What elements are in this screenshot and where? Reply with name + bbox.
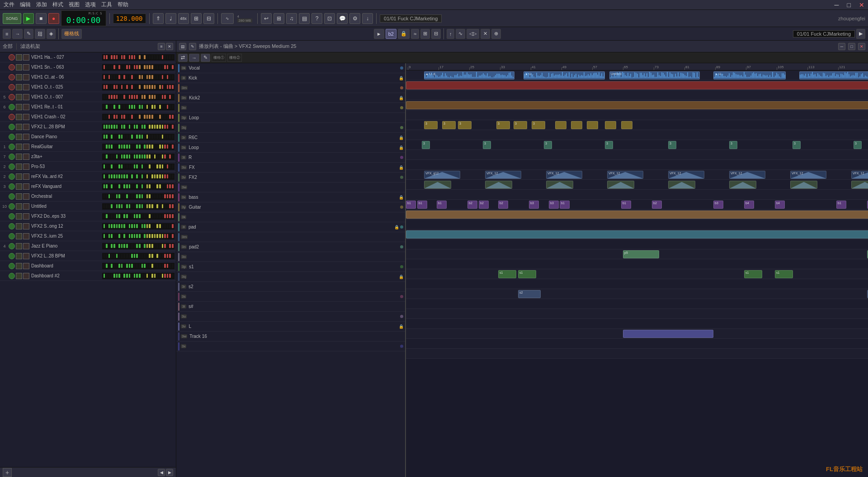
- ch-mute-btn[interactable]: [23, 203, 29, 210]
- ch-mute-btn[interactable]: [23, 54, 29, 61]
- ch-mute-btn[interactable]: [23, 74, 29, 80]
- ch-solo-btn[interactable]: [16, 213, 22, 220]
- clip-block[interactable]: 3: [422, 141, 430, 149]
- clip-block[interactable]: s1: [498, 270, 516, 278]
- track-row[interactable]: [406, 160, 868, 170]
- track-row[interactable]: ▲ U..d▲ U...Untitled▲ U...: [406, 70, 868, 80]
- output-icon[interactable]: ⊟: [203, 13, 214, 24]
- channel-row[interactable]: 3 reFX Vanguard: [0, 182, 176, 192]
- clip-block[interactable]: b2: [652, 201, 662, 209]
- ch-solo-btn[interactable]: [16, 134, 22, 140]
- menu-item-add[interactable]: 添加: [36, 1, 47, 9]
- playlist-close-icon[interactable]: ✕: [858, 43, 865, 50]
- t2-vol-btn[interactable]: ◁▷: [467, 29, 479, 39]
- track-row[interactable]: s2s2s2: [406, 289, 868, 299]
- ch-fader[interactable]: [102, 124, 175, 130]
- ch-solo-btn[interactable]: [16, 94, 22, 100]
- window-minimize[interactable]: ─: [835, 1, 839, 9]
- clip-block[interactable]: [623, 330, 713, 338]
- clip-block[interactable]: b2: [479, 201, 489, 209]
- menu-item-view[interactable]: 视图: [69, 1, 80, 9]
- ch-solo-btn[interactable]: [16, 84, 22, 90]
- playlist-track-name-row[interactable]: 3r s2: [176, 282, 405, 292]
- channel-row[interactable]: 10 Untitled: [0, 201, 176, 211]
- question-icon[interactable]: ?: [311, 13, 322, 24]
- ch-mute-btn[interactable]: [23, 213, 29, 220]
- channel-row[interactable]: 2 Pro-53: [0, 162, 176, 172]
- ch-active-btn[interactable]: [9, 94, 15, 100]
- ch-mute-btn[interactable]: [23, 94, 29, 100]
- playlist-track-name-row[interactable]: 3q 🔒: [176, 272, 405, 282]
- ch-fader[interactable]: [102, 64, 175, 70]
- clip-block[interactable]: [621, 121, 632, 129]
- track-row[interactable]: [406, 239, 868, 249]
- clip-block[interactable]: [485, 181, 512, 189]
- clip-block[interactable]: b4: [744, 201, 754, 209]
- pl-tb-snap[interactable]: ⇄: [178, 54, 188, 62]
- clip-block[interactable]: [799, 71, 868, 80]
- ch-active-btn[interactable]: [9, 54, 15, 61]
- channel-row[interactable]: Dashboard #2: [0, 271, 176, 281]
- playlist-track-name-row[interactable]: 3w Track 16: [176, 332, 405, 341]
- track-row[interactable]: [406, 259, 868, 269]
- clip-block[interactable]: b4: [775, 201, 785, 209]
- clip-block[interactable]: ▲ U..d: [424, 71, 514, 80]
- playlist-track-name-row[interactable]: 3t R: [176, 153, 405, 163]
- ch-active-btn[interactable]: [9, 124, 15, 130]
- clip-block[interactable]: [555, 121, 566, 129]
- track-row[interactable]: p5p5p5: [406, 249, 868, 259]
- ch-active-btn[interactable]: [9, 203, 15, 210]
- playlist-icon[interactable]: ▤: [179, 43, 186, 50]
- clip-block[interactable]: ▲ U...: [524, 71, 605, 80]
- plugin-icon[interactable]: ⊡: [324, 13, 335, 24]
- ch-active-btn[interactable]: [9, 223, 15, 229]
- playlist-track-name-row[interactable]: 3w: [176, 182, 405, 192]
- t2-link-icon[interactable]: ⛓: [35, 29, 45, 39]
- playlist-track-name-row[interactable]: 3o: [176, 252, 405, 262]
- metronome-icon[interactable]: ♩: [165, 13, 176, 24]
- playlist-track-name-row[interactable]: 3k Vocal: [176, 63, 405, 73]
- channel-row[interactable]: 6 VEH1 Re..t - 01: [0, 102, 176, 112]
- track-row[interactable]: [406, 319, 868, 329]
- clip-block[interactable]: b3: [713, 201, 723, 209]
- clip-block[interactable]: b1: [621, 201, 631, 209]
- ch-solo-btn[interactable]: [16, 203, 22, 210]
- clip-block[interactable]: b1: [836, 201, 846, 209]
- ch-mute-btn[interactable]: [23, 253, 29, 259]
- clip-block[interactable]: b1: [437, 201, 447, 209]
- ch-solo-btn[interactable]: [16, 273, 22, 279]
- add-channel-btn[interactable]: +: [3, 468, 12, 477]
- clip-block[interactable]: 3: [854, 141, 862, 149]
- playlist-minimize-icon[interactable]: ─: [838, 43, 845, 50]
- ch-solo-btn[interactable]: [16, 144, 22, 150]
- t2-pencil-icon[interactable]: ✎: [24, 29, 33, 39]
- ch-mute-btn[interactable]: [23, 114, 29, 120]
- track-row[interactable]: [406, 130, 868, 140]
- ch-mute-btn[interactable]: [23, 104, 29, 110]
- track-row[interactable]: VFX_g12VFX_12VFX_12VFX_12VFX_12VFX_12VFX…: [406, 170, 868, 180]
- channel-row[interactable]: VFX2 Do..eps 33: [0, 211, 176, 221]
- ch-fader[interactable]: [102, 183, 175, 190]
- clip-block[interactable]: [587, 121, 598, 129]
- clip-block[interactable]: b3: [529, 201, 539, 209]
- playlist-track-name-row[interactable]: 3o: [176, 103, 405, 113]
- mixer-icon[interactable]: ⊞: [274, 13, 284, 24]
- clip-block[interactable]: Untitled: [609, 71, 700, 80]
- ch-mute-btn[interactable]: [23, 64, 29, 70]
- channel-row[interactable]: Orchestral: [0, 192, 176, 201]
- clip-block[interactable]: 3: [514, 121, 527, 129]
- clip-block[interactable]: [851, 181, 868, 189]
- track-row[interactable]: [406, 180, 868, 190]
- ch-fader[interactable]: [102, 223, 175, 229]
- track-row[interactable]: [406, 229, 868, 239]
- ch-mute-btn[interactable]: [23, 233, 29, 239]
- channel-row[interactable]: VFX2 L..28 BPM: [0, 251, 176, 261]
- clip-block[interactable]: [571, 121, 582, 129]
- channel-row[interactable]: VFX2 S..ium 25: [0, 231, 176, 241]
- ch-active-btn[interactable]: [9, 233, 15, 239]
- pl-tb-arrow[interactable]: →: [189, 54, 199, 62]
- menu-item-style[interactable]: 样式: [52, 1, 63, 9]
- track-row[interactable]: [406, 220, 868, 229]
- ch-solo-btn[interactable]: [16, 193, 22, 200]
- channel-row[interactable]: VEH1 O..t - 025: [0, 82, 176, 92]
